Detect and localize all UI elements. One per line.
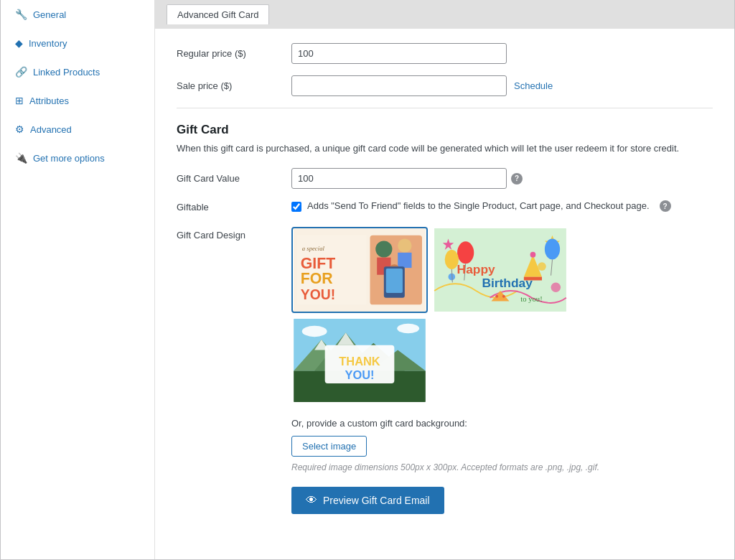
svg-text:FOR: FOR [301,270,333,287]
svg-point-47 [397,324,419,334]
sidebar-item-linked-products[interactable]: 🔗 Linked Products [1,57,154,86]
svg-point-36 [495,295,498,298]
sale-price-label: Sale price ($) [177,80,291,91]
giftable-description: Adds "Send To Friend" fields to the Sing… [307,200,650,211]
giftable-label: Giftable [177,200,291,213]
divider [177,108,713,108]
svg-point-22 [551,282,561,292]
svg-point-27 [545,239,560,260]
svg-point-34 [530,252,536,258]
svg-rect-6 [398,253,411,268]
plugin-icon: 🔌 [15,152,27,164]
gift-card-value-row: Gift Card Value ? [177,168,713,189]
topbar-tab: Advanced Gift Card [167,4,269,24]
giftable-row: Giftable Adds "Send To Friend" fields to… [177,200,713,213]
sidebar-item-label: Inventory [29,38,67,49]
schedule-link[interactable]: Schedule [514,80,553,91]
sidebar: 🔧 General ◆ Inventory 🔗 Linked Products … [1,0,155,559]
gift-card-design-row: Gift Card Design [177,227,713,403]
svg-text:YOU!: YOU! [301,287,335,302]
sidebar-item-label: Linked Products [33,67,100,78]
giftable-checkbox[interactable] [291,202,301,212]
sidebar-item-inventory[interactable]: ◆ Inventory [1,29,154,57]
diamond-icon: ◆ [15,37,23,49]
gift-card-value-input[interactable] [291,168,507,189]
sale-price-input[interactable] [291,75,507,96]
giftable-help-icon[interactable]: ? [660,200,671,212]
svg-point-46 [302,326,327,337]
preview-button-label: Preview Gift Card Email [323,495,430,506]
sidebar-item-get-more-options[interactable]: 🔌 Get more options [1,144,154,172]
svg-point-23 [457,241,474,263]
svg-text:a special: a special [302,245,325,252]
preview-section: 👁 Preview Gift Card Email [291,487,713,514]
sale-price-row: Sale price ($) Schedule [177,75,713,96]
svg-rect-10 [386,269,403,293]
svg-text:YOU!: YOU! [345,368,374,381]
sidebar-item-advanced[interactable]: ⚙ Advanced [1,115,154,144]
svg-point-20 [538,262,546,271]
regular-price-row: Regular price ($) [177,43,713,64]
regular-price-label: Regular price ($) [177,48,291,59]
regular-price-input[interactable] [291,43,507,64]
topbar: Advanced Gift Card [155,0,734,29]
gear-icon: ⚙ [15,123,24,135]
svg-point-37 [502,295,505,298]
giftable-content: Adds "Send To Friend" fields to the Sing… [291,200,671,212]
custom-bg-label: Or, provide a custom gift card backgroun… [291,418,713,429]
design-cards-grid: a special GIFT FOR YOU! [291,227,568,403]
sidebar-item-attributes[interactable]: ⊞ Attributes [1,86,154,115]
gift-card-description: When this gift card is purchased, a uniq… [177,143,713,154]
happy-birthday-card[interactable]: Happy Birthday to you! [432,227,568,313]
link-icon: 🔗 [15,66,27,78]
preview-gift-card-button[interactable]: 👁 Preview Gift Card Email [291,487,444,514]
gift-card-title: Gift Card [177,123,713,137]
select-image-button[interactable]: Select image [291,436,367,457]
svg-text:to you!: to you! [520,295,542,303]
sidebar-item-general[interactable]: 🔧 General [1,0,154,29]
eye-icon: 👁 [306,494,317,507]
custom-background-section: Or, provide a custom gift card backgroun… [291,418,713,472]
svg-text:Happy: Happy [457,262,495,276]
svg-rect-33 [524,277,542,281]
sidebar-item-label: Get more options [33,153,105,164]
sidebar-item-label: Advanced [30,124,72,135]
grid-icon: ⊞ [15,95,24,106]
gift-for-you-card[interactable]: a special GIFT FOR YOU! [291,227,428,313]
gift-card-design-label: Gift Card Design [177,227,291,241]
svg-text:THANK: THANK [339,355,380,368]
value-help-icon[interactable]: ? [511,173,523,185]
sidebar-item-label: Attributes [29,95,69,106]
svg-point-5 [398,239,411,253]
svg-point-3 [375,241,392,257]
gift-card-value-label: Gift Card Value [177,173,291,184]
main-content: Advanced Gift Card Regular price ($) Sal… [155,0,734,559]
thank-you-card[interactable]: THANK YOU! [291,317,428,403]
wrench-icon: 🔧 [15,9,27,20]
image-hint: Required image dimensions 500px x 300px.… [291,462,713,472]
sidebar-item-label: General [33,9,66,20]
